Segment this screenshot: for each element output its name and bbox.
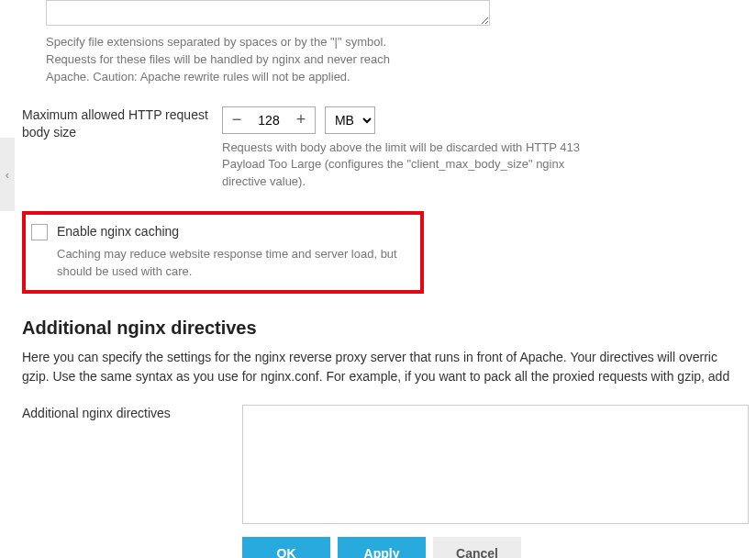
directives-input[interactable] xyxy=(242,405,749,524)
body-size-hint: Requests with body above the limit will … xyxy=(222,140,607,192)
body-size-stepper: − + xyxy=(222,106,316,134)
chevron-left-icon: ‹ xyxy=(6,168,9,182)
sidebar-collapse-handle[interactable]: ‹ xyxy=(0,138,15,211)
ok-button[interactable]: OK xyxy=(242,537,330,558)
file-extensions-input[interactable] xyxy=(46,0,490,26)
directives-label: Additional nginx directives xyxy=(22,405,222,423)
stepper-decrement-button[interactable]: − xyxy=(223,107,250,133)
minus-icon: − xyxy=(232,110,242,129)
body-size-row: Maximum allowed HTTP request body size −… xyxy=(22,106,756,192)
additional-directives-heading: Additional nginx directives xyxy=(22,318,756,339)
body-size-input[interactable] xyxy=(250,107,287,133)
cancel-button[interactable]: Cancel xyxy=(433,537,521,558)
enable-caching-highlight: Enable nginx caching Caching may reduce … xyxy=(22,211,424,294)
apply-button[interactable]: Apply xyxy=(338,537,426,558)
body-size-label: Maximum allowed HTTP request body size xyxy=(22,106,222,142)
stepper-increment-button[interactable]: + xyxy=(287,107,315,133)
enable-caching-row: Enable nginx caching xyxy=(31,224,411,240)
directives-row: Additional nginx directives xyxy=(22,405,756,524)
body-size-field: − + MB Requests with body above the limi… xyxy=(222,106,756,192)
file-extensions-hint: Specify file extensions separated by spa… xyxy=(46,34,413,86)
form-content: Specify file extensions separated by spa… xyxy=(0,0,756,558)
enable-caching-hint: Caching may reduce website response time… xyxy=(57,246,411,281)
plus-icon: + xyxy=(296,110,306,129)
additional-directives-desc: Here you can specify the settings for th… xyxy=(22,348,756,386)
form-actions: OK Apply Cancel xyxy=(242,537,756,558)
enable-caching-label: Enable nginx caching xyxy=(57,224,179,239)
enable-caching-checkbox[interactable] xyxy=(31,224,48,240)
body-size-unit-select[interactable]: MB xyxy=(325,106,375,134)
